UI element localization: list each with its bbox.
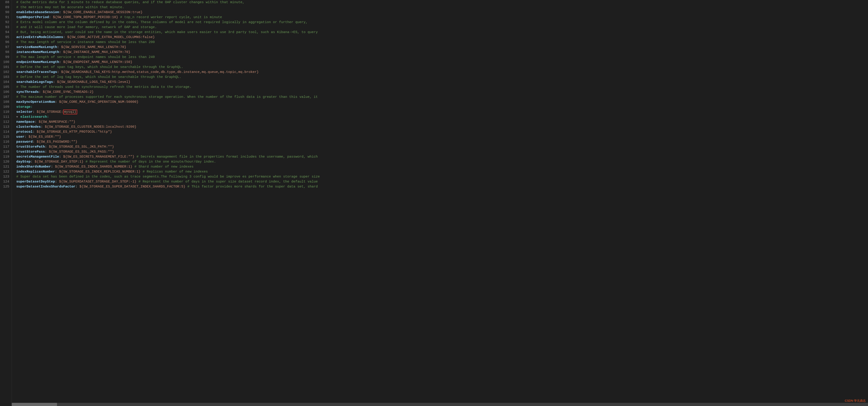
line-number: 109 (2, 105, 9, 110)
code-line: protocol: ${SW_STORAGE_ES_HTTP_PROTOCOL:… (16, 129, 868, 135)
code-line: serviceNameMaxLength: ${SW_SERVICE_NAME_… (16, 45, 868, 50)
line-number: 118 (2, 149, 9, 154)
line-number: 98 (2, 50, 9, 55)
line-number: 110 (2, 110, 9, 115)
code-line: password: ${SW_ES_PASSWORD:""} (16, 140, 868, 144)
line-number: 105 (2, 85, 9, 90)
line-number: 94 (2, 30, 9, 35)
line-number: 88 (2, 0, 9, 5)
line-number: 103 (2, 75, 9, 80)
line-number: 89 (2, 5, 9, 10)
line-number: 97 (2, 45, 9, 50)
code-line: dayStep: ${SW_STORAGE_DAY_STEP:1} # Repr… (16, 160, 868, 165)
horizontal-scrollbar[interactable] (12, 403, 868, 406)
line-number: 114 (2, 129, 9, 135)
code-line: # and it will cause more load for memory… (16, 25, 868, 30)
line-number: 117 (2, 144, 9, 149)
code-line: superDatasetDayStep: ${SW_SUPERDATASET_S… (16, 179, 868, 184)
watermark: CSDN 学元鼎志 (845, 399, 866, 403)
code-line: # The max length of service + endpoint n… (16, 55, 868, 60)
code-line: clusterNodes: ${SW_STORAGE_ES_CLUSTER_NO… (16, 124, 868, 129)
line-number: 112 (2, 120, 9, 124)
code-line: indexShardsNumber: ${SW_STORAGE_ES_INDEX… (16, 165, 868, 169)
line-number: 100 (2, 60, 9, 65)
code-line: enableDatabaseSession: ${SW_CORE_ENABLE_… (16, 10, 868, 15)
line-number: 123 (2, 174, 9, 179)
line-numbers-panel: 8889909192939495969798991001011021031041… (0, 0, 12, 406)
code-line: # the metrics may not be accurate within… (16, 5, 868, 10)
line-number: 95 (2, 35, 9, 40)
line-number: 120 (2, 160, 9, 165)
line-number: 122 (2, 169, 9, 174)
code-line: ▼ elasticsearch: (16, 115, 868, 120)
line-number: 116 (2, 140, 9, 144)
code-line: # The maximum number of processes suppor… (16, 95, 868, 99)
code-line: # Define the set of log tag keys, which … (16, 75, 868, 80)
code-line: superDatasetIndexShardsFactor: ${SW_STOR… (16, 184, 868, 189)
line-number: 93 (2, 25, 9, 30)
code-line: searchableTracesTags: ${SW_SEARCHABLE_TA… (16, 70, 868, 75)
line-number: 115 (2, 135, 9, 140)
code-line: activeExtraModelColumns: ${SW_CORE_ACTIV… (16, 35, 868, 40)
code-line: indexReplicasNumber: ${SW_STORAGE_ES_IND… (16, 169, 868, 174)
scrollbar-thumb[interactable] (12, 403, 57, 406)
line-number: 125 (2, 184, 9, 189)
line-number: 113 (2, 124, 9, 129)
code-line: user: ${SW_ES_USER:""} (16, 135, 868, 140)
code-line: topNReportPeriod: ${SW_CORE_TOPN_REPORT_… (16, 15, 868, 20)
code-editor: 8889909192939495969798991001011021031041… (0, 0, 868, 406)
line-number: 107 (2, 95, 9, 99)
line-number: 91 (2, 15, 9, 20)
code-line: # Cache metrics data for 1 minute to red… (16, 0, 868, 5)
line-number: 96 (2, 40, 9, 45)
code-line: trustStorePass: ${SW_STORAGE_ES_SSL_JKS_… (16, 149, 868, 154)
line-number: 121 (2, 165, 9, 169)
code-line: # Super data set has been defined in the… (16, 174, 868, 179)
code-line: endpointNameMaxLength: ${SW_ENDPOINT_NAM… (16, 60, 868, 65)
code-line: syncThreads: ${SW_CORE_SYNC_THREADS:2} (16, 90, 868, 95)
line-number: 106 (2, 90, 9, 95)
code-line: # Define the set of span tag keys, which… (16, 65, 868, 70)
code-line: secretsManagementFile: ${SW_ES_SECRETS_M… (16, 154, 868, 160)
line-number: 108 (2, 99, 9, 105)
line-number: 92 (2, 20, 9, 25)
line-number: 119 (2, 154, 9, 160)
code-line: searchableLogsTags: ${SW_SEARCHABLE_LOGS… (16, 80, 868, 85)
code-line: instanceNameMaxLength: ${SW_INSTANCE_NAM… (16, 50, 868, 55)
code-line: storage: (16, 105, 868, 110)
code-line: nameSpace: ${SW_NAMESPACE:""} (16, 120, 868, 124)
code-line: # The number of threads used to synchron… (16, 85, 868, 90)
code-line: selector: ${SW_STORAGE:mysql} (16, 110, 868, 115)
code-line: maxSyncOperationNum: ${SW_CORE_MAX_SYNC_… (16, 99, 868, 105)
code-line: # But, being activated, user could see t… (16, 30, 868, 35)
line-number: 99 (2, 55, 9, 60)
line-number: 90 (2, 10, 9, 15)
line-number: 124 (2, 179, 9, 184)
line-number: 104 (2, 80, 9, 85)
code-line: # Extra model column are the column defi… (16, 20, 868, 25)
code-line: # The max length of service + instance n… (16, 40, 868, 45)
code-content-panel[interactable]: # Cache metrics data for 1 minute to red… (12, 0, 868, 406)
line-number: 111 (2, 115, 9, 120)
line-number: 101 (2, 65, 9, 70)
code-line: trustStorePath: ${SW_STORAGE_ES_SSL_JKS_… (16, 144, 868, 149)
line-number: 102 (2, 70, 9, 75)
